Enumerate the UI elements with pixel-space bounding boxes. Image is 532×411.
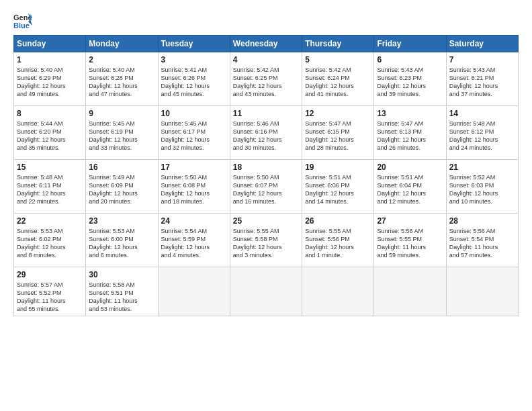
day-number: 26 bbox=[305, 216, 371, 226]
col-header-sunday: Sunday bbox=[14, 36, 86, 52]
day-number: 2 bbox=[89, 55, 154, 64]
calendar-cell: 17Sunrise: 5:50 AM Sunset: 6:08 PM Dayli… bbox=[158, 160, 230, 214]
svg-text:Blue: Blue bbox=[13, 21, 30, 30]
cell-info: Sunrise: 5:41 AM Sunset: 6:26 PM Dayligh… bbox=[161, 66, 227, 99]
day-number: 7 bbox=[449, 55, 515, 64]
day-number: 13 bbox=[377, 109, 443, 118]
calendar-cell: 10Sunrise: 5:45 AM Sunset: 6:17 PM Dayli… bbox=[158, 106, 230, 160]
day-number: 18 bbox=[233, 163, 299, 172]
cell-info: Sunrise: 5:51 AM Sunset: 6:06 PM Dayligh… bbox=[305, 173, 371, 206]
calendar-header-row: SundayMondayTuesdayWednesdayThursdayFrid… bbox=[14, 36, 519, 52]
day-number: 14 bbox=[449, 109, 515, 118]
day-number: 8 bbox=[17, 109, 83, 118]
calendar-cell: 21Sunrise: 5:52 AM Sunset: 6:03 PM Dayli… bbox=[446, 160, 518, 214]
calendar-cell: 9Sunrise: 5:45 AM Sunset: 6:19 PM Daylig… bbox=[86, 106, 158, 160]
calendar-cell: 18Sunrise: 5:50 AM Sunset: 6:07 PM Dayli… bbox=[230, 160, 302, 214]
calendar-cell: 14Sunrise: 5:48 AM Sunset: 6:12 PM Dayli… bbox=[446, 106, 518, 160]
calendar-cell: 11Sunrise: 5:46 AM Sunset: 6:16 PM Dayli… bbox=[230, 106, 302, 160]
cell-info: Sunrise: 5:45 AM Sunset: 6:19 PM Dayligh… bbox=[89, 120, 154, 152]
calendar-cell: 16Sunrise: 5:49 AM Sunset: 6:09 PM Dayli… bbox=[86, 160, 158, 214]
calendar-cell: 19Sunrise: 5:51 AM Sunset: 6:06 PM Dayli… bbox=[302, 160, 374, 214]
cell-info: Sunrise: 5:40 AM Sunset: 6:28 PM Dayligh… bbox=[89, 66, 154, 99]
cell-info: Sunrise: 5:53 AM Sunset: 6:02 PM Dayligh… bbox=[17, 227, 83, 260]
cell-info: Sunrise: 5:46 AM Sunset: 6:16 PM Dayligh… bbox=[233, 120, 299, 152]
cell-info: Sunrise: 5:42 AM Sunset: 6:25 PM Dayligh… bbox=[233, 66, 299, 99]
cell-info: Sunrise: 5:51 AM Sunset: 6:04 PM Dayligh… bbox=[377, 173, 443, 206]
calendar-cell bbox=[230, 267, 302, 316]
day-number: 12 bbox=[305, 109, 371, 118]
calendar-cell: 2Sunrise: 5:40 AM Sunset: 6:28 PM Daylig… bbox=[86, 52, 158, 106]
cell-info: Sunrise: 5:56 AM Sunset: 5:54 PM Dayligh… bbox=[449, 227, 515, 260]
calendar-cell: 22Sunrise: 5:53 AM Sunset: 6:02 PM Dayli… bbox=[14, 214, 86, 267]
cell-info: Sunrise: 5:43 AM Sunset: 6:21 PM Dayligh… bbox=[449, 66, 515, 99]
day-number: 4 bbox=[233, 55, 299, 64]
cell-info: Sunrise: 5:55 AM Sunset: 5:58 PM Dayligh… bbox=[233, 227, 299, 260]
cell-info: Sunrise: 5:52 AM Sunset: 6:03 PM Dayligh… bbox=[449, 173, 515, 206]
cell-info: Sunrise: 5:58 AM Sunset: 5:51 PM Dayligh… bbox=[89, 281, 154, 314]
calendar-cell: 23Sunrise: 5:53 AM Sunset: 6:00 PM Dayli… bbox=[86, 214, 158, 267]
cell-info: Sunrise: 5:57 AM Sunset: 5:52 PM Dayligh… bbox=[17, 281, 83, 314]
logo: General Blue bbox=[13, 11, 35, 30]
day-number: 19 bbox=[305, 163, 371, 172]
cell-info: Sunrise: 5:44 AM Sunset: 6:20 PM Dayligh… bbox=[17, 120, 83, 152]
calendar-cell bbox=[158, 267, 230, 316]
day-number: 11 bbox=[233, 109, 299, 118]
col-header-thursday: Thursday bbox=[302, 36, 374, 52]
calendar-cell: 29Sunrise: 5:57 AM Sunset: 5:52 PM Dayli… bbox=[14, 267, 86, 316]
calendar-cell: 6Sunrise: 5:43 AM Sunset: 6:23 PM Daylig… bbox=[374, 52, 446, 106]
day-number: 20 bbox=[377, 163, 443, 172]
cell-info: Sunrise: 5:50 AM Sunset: 6:07 PM Dayligh… bbox=[233, 173, 299, 206]
calendar-table: SundayMondayTuesdayWednesdayThursdayFrid… bbox=[13, 35, 519, 316]
page: General Blue SundayMondayTuesdayWednesda… bbox=[0, 0, 532, 411]
day-number: 9 bbox=[89, 109, 154, 118]
cell-info: Sunrise: 5:48 AM Sunset: 6:12 PM Dayligh… bbox=[449, 120, 515, 152]
day-number: 21 bbox=[449, 163, 515, 172]
cell-info: Sunrise: 5:45 AM Sunset: 6:17 PM Dayligh… bbox=[161, 120, 227, 152]
day-number: 27 bbox=[377, 216, 443, 226]
calendar-week-row: 15Sunrise: 5:48 AM Sunset: 6:11 PM Dayli… bbox=[14, 160, 519, 214]
calendar-week-row: 1Sunrise: 5:40 AM Sunset: 6:29 PM Daylig… bbox=[14, 52, 519, 106]
calendar-week-row: 29Sunrise: 5:57 AM Sunset: 5:52 PM Dayli… bbox=[14, 267, 519, 316]
col-header-monday: Monday bbox=[86, 36, 158, 52]
day-number: 6 bbox=[377, 55, 443, 64]
cell-info: Sunrise: 5:56 AM Sunset: 5:55 PM Dayligh… bbox=[377, 227, 443, 260]
day-number: 15 bbox=[17, 163, 83, 172]
cell-info: Sunrise: 5:47 AM Sunset: 6:13 PM Dayligh… bbox=[377, 120, 443, 152]
calendar-week-row: 22Sunrise: 5:53 AM Sunset: 6:02 PM Dayli… bbox=[14, 214, 519, 267]
cell-info: Sunrise: 5:42 AM Sunset: 6:24 PM Dayligh… bbox=[305, 66, 371, 99]
calendar-cell bbox=[446, 267, 518, 316]
cell-info: Sunrise: 5:53 AM Sunset: 6:00 PM Dayligh… bbox=[89, 227, 154, 260]
day-number: 17 bbox=[161, 163, 227, 172]
calendar-cell: 3Sunrise: 5:41 AM Sunset: 6:26 PM Daylig… bbox=[158, 52, 230, 106]
cell-info: Sunrise: 5:55 AM Sunset: 5:56 PM Dayligh… bbox=[305, 227, 371, 260]
cell-info: Sunrise: 5:40 AM Sunset: 6:29 PM Dayligh… bbox=[17, 66, 83, 99]
day-number: 25 bbox=[233, 216, 299, 226]
day-number: 29 bbox=[17, 270, 83, 279]
col-header-saturday: Saturday bbox=[446, 36, 518, 52]
calendar-cell: 15Sunrise: 5:48 AM Sunset: 6:11 PM Dayli… bbox=[14, 160, 86, 214]
calendar-cell: 5Sunrise: 5:42 AM Sunset: 6:24 PM Daylig… bbox=[302, 52, 374, 106]
calendar-cell: 12Sunrise: 5:47 AM Sunset: 6:15 PM Dayli… bbox=[302, 106, 374, 160]
calendar-cell: 24Sunrise: 5:54 AM Sunset: 5:59 PM Dayli… bbox=[158, 214, 230, 267]
calendar-cell bbox=[374, 267, 446, 316]
day-number: 3 bbox=[161, 55, 227, 64]
calendar-cell: 26Sunrise: 5:55 AM Sunset: 5:56 PM Dayli… bbox=[302, 214, 374, 267]
calendar-cell bbox=[302, 267, 374, 316]
calendar-cell: 8Sunrise: 5:44 AM Sunset: 6:20 PM Daylig… bbox=[14, 106, 86, 160]
day-number: 28 bbox=[449, 216, 515, 226]
calendar-week-row: 8Sunrise: 5:44 AM Sunset: 6:20 PM Daylig… bbox=[14, 106, 519, 160]
day-number: 5 bbox=[305, 55, 371, 64]
day-number: 30 bbox=[89, 270, 154, 279]
calendar-cell: 25Sunrise: 5:55 AM Sunset: 5:58 PM Dayli… bbox=[230, 214, 302, 267]
col-header-friday: Friday bbox=[374, 36, 446, 52]
day-number: 10 bbox=[161, 109, 227, 118]
day-number: 24 bbox=[161, 216, 227, 226]
calendar-cell: 13Sunrise: 5:47 AM Sunset: 6:13 PM Dayli… bbox=[374, 106, 446, 160]
cell-info: Sunrise: 5:50 AM Sunset: 6:08 PM Dayligh… bbox=[161, 173, 227, 206]
cell-info: Sunrise: 5:49 AM Sunset: 6:09 PM Dayligh… bbox=[89, 173, 154, 206]
cell-info: Sunrise: 5:47 AM Sunset: 6:15 PM Dayligh… bbox=[305, 120, 371, 152]
day-number: 1 bbox=[17, 55, 83, 64]
calendar-cell: 27Sunrise: 5:56 AM Sunset: 5:55 PM Dayli… bbox=[374, 214, 446, 267]
cell-info: Sunrise: 5:43 AM Sunset: 6:23 PM Dayligh… bbox=[377, 66, 443, 99]
cell-info: Sunrise: 5:48 AM Sunset: 6:11 PM Dayligh… bbox=[17, 173, 83, 206]
